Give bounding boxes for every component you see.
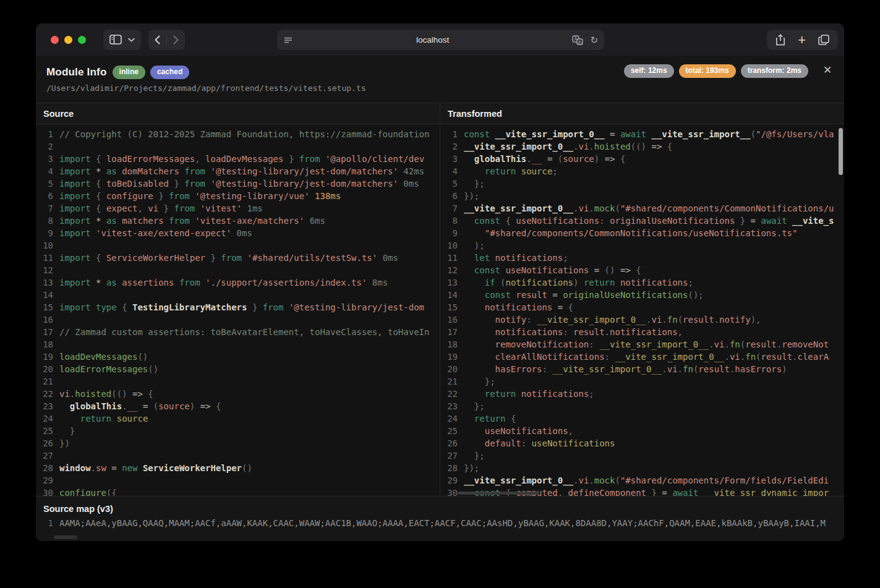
code-line: 15import type { TestingLibraryMatchers }…: [36, 301, 440, 313]
line-number: 15: [38, 301, 53, 313]
code-line: 6import { configure } from '@testing-lib…: [36, 190, 440, 202]
source-pane: Source 1// Copyright (C) 2012-2025 Zamma…: [36, 103, 440, 496]
url-text[interactable]: localhost: [293, 35, 572, 45]
code-line: 29: [36, 474, 440, 487]
code-line: 4 return source;: [440, 165, 844, 177]
code-line: 28window.sw = new ServiceWorkerHelper(): [36, 462, 440, 474]
code-line: 26 default: useNotifications: [440, 437, 844, 450]
code-line: 23 globalThis.__ = (source) => {: [36, 400, 440, 412]
line-number: 4: [443, 165, 458, 177]
line-number: 6: [38, 190, 53, 202]
code-line: 8import * as matchers from 'vitest-axe/m…: [36, 215, 440, 227]
line-number: 8: [38, 215, 53, 227]
close-icon: ✕: [823, 64, 832, 77]
code-line: 21: [36, 375, 440, 388]
line-number: 20: [443, 363, 458, 375]
code-line: 9 "#shared/components/CommonNotification…: [440, 227, 844, 239]
code-line: 4import * as domMatchers from '@testing-…: [36, 165, 440, 177]
toolbar-right-group: +: [767, 30, 838, 50]
forward-button[interactable]: [173, 35, 179, 45]
close-window-button[interactable]: [51, 36, 59, 44]
code-line: 27: [36, 450, 440, 462]
line-number: 7: [38, 202, 53, 215]
code-line: 18: [36, 338, 440, 351]
zoom-window-button[interactable]: [78, 36, 86, 44]
vertical-scrollbar[interactable]: [839, 128, 843, 175]
code-line: 7__vite_ssr_import_0__.vi.mock("#shared/…: [440, 202, 844, 215]
code-line: 8 const { useNotifications: originalUseN…: [440, 215, 844, 227]
close-button[interactable]: ✕: [821, 63, 834, 77]
code-line: 13import * as assertions from './support…: [36, 276, 440, 289]
browser-toolbar: localhost A あ ↻ +: [36, 23, 844, 56]
code-line: 25 }: [36, 425, 440, 437]
line-number: 26: [38, 437, 53, 450]
code-line: 3 globalThis.__ = (source) => {: [440, 153, 844, 165]
code-line: 11 let notifications;: [440, 252, 844, 264]
code-line: 23 };: [440, 400, 844, 412]
line-number: 7: [443, 202, 458, 215]
translate-icon[interactable]: A あ: [572, 35, 584, 45]
source-code[interactable]: 1// Copyright (C) 2012-2025 Zammad Found…: [36, 124, 440, 496]
transformed-pane: Transformed 1const __vite_ssr_import_0__…: [440, 103, 844, 496]
line-number: 9: [443, 227, 458, 239]
line-number: 3: [38, 153, 53, 165]
line-number: 11: [443, 252, 458, 264]
reload-button[interactable]: ↻: [590, 35, 598, 46]
line-number: 14: [38, 289, 53, 301]
share-button[interactable]: [775, 34, 785, 46]
sourcemap-mappings: AAMA;AAeA,yBAAG,QAAQ,MAAM;AACf,aAAW,KAAK…: [59, 516, 844, 530]
line-number: 12: [443, 264, 458, 276]
line-number: 8: [443, 215, 458, 227]
line-number: 25: [443, 425, 458, 437]
line-number: 28: [38, 462, 53, 474]
code-line: 1const __vite_ssr_import_0__ = await __v…: [440, 128, 844, 140]
share-icon: [775, 34, 785, 46]
sidebar-chevron-button[interactable]: [128, 38, 135, 42]
transformed-code[interactable]: 1const __vite_ssr_import_0__ = await __v…: [440, 124, 844, 496]
sidebar-icon: [109, 35, 122, 45]
line-number: 12: [38, 264, 53, 276]
line-number: 26: [443, 437, 458, 450]
source-pane-title: Source: [36, 103, 440, 124]
line-number: 4: [38, 165, 53, 177]
minimize-window-button[interactable]: [64, 36, 72, 44]
line-number: 10: [443, 239, 458, 252]
code-line: 18 removeNotification: __vite_ssr_import…: [440, 338, 844, 351]
sourcemap-horizontal-scrollbar[interactable]: [54, 535, 77, 539]
line-number: 30: [38, 487, 53, 496]
code-line: 17// Zammad custom assertions: toBeAvata…: [36, 326, 440, 338]
sidebar-toggle-button[interactable]: [109, 35, 122, 45]
line-number: 9: [38, 227, 53, 239]
window-controls: [51, 36, 86, 44]
sourcemap-title: Source map (v3): [36, 496, 844, 514]
line-number: 27: [38, 450, 53, 462]
code-line: 10 );: [440, 239, 844, 252]
line-number: 20: [38, 363, 53, 375]
line-number: 19: [38, 351, 53, 363]
tabs-icon: [818, 35, 829, 45]
line-number: 15: [443, 301, 458, 313]
line-number: 25: [38, 425, 53, 437]
line-number: 22: [443, 388, 458, 400]
code-line: 20 hasErrors: __vite_ssr_import_0__.vi.f…: [440, 363, 844, 375]
reader-icon[interactable]: [283, 35, 293, 45]
code-line: 22 return notifications;: [440, 388, 844, 400]
code-line: 25 useNotifications,: [440, 425, 844, 437]
module-badges: inlinecached: [113, 66, 190, 79]
code-line: 20loadErrorMessages(): [36, 363, 440, 375]
code-line: 24 return source: [36, 412, 440, 425]
line-number: 13: [38, 276, 53, 289]
new-tab-button[interactable]: +: [798, 32, 806, 48]
code-line: 17 notifications: result.notifications,: [440, 326, 844, 338]
module-info-header: Module Info inlinecached /Users/vladimir…: [36, 56, 844, 103]
line-number: 23: [38, 400, 53, 412]
code-line: 10: [36, 239, 440, 252]
tab-overview-button[interactable]: [818, 35, 829, 45]
line-number: 16: [38, 313, 53, 326]
browser-window: localhost A あ ↻ +: [36, 23, 844, 541]
horizontal-scrollbar[interactable]: [458, 492, 539, 495]
address-bar[interactable]: localhost A あ ↻: [277, 30, 604, 50]
transformed-pane-title: Transformed: [440, 103, 844, 124]
code-line: 5import { toBeDisabled } from '@testing-…: [36, 177, 440, 190]
back-button[interactable]: [155, 35, 160, 45]
